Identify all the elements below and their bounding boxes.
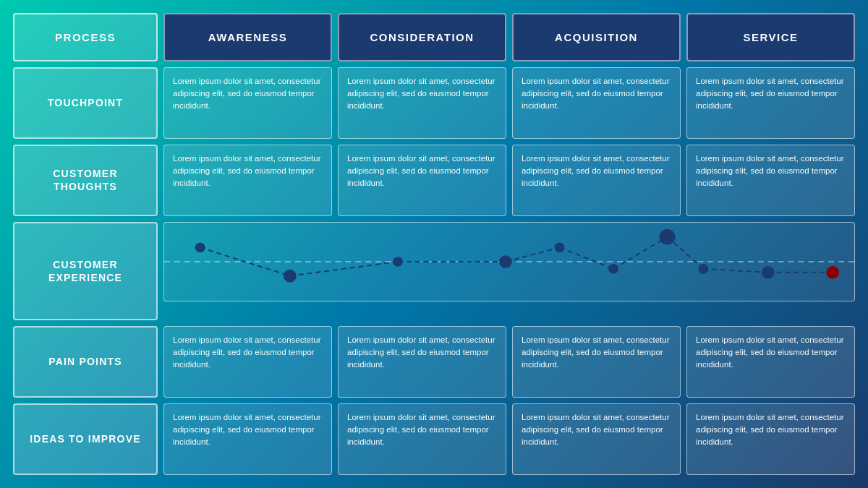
thoughts-consideration: Lorem ipsum dolor sit amet, consectetur … [338, 145, 506, 216]
svg-line-5 [560, 247, 614, 268]
svg-line-6 [613, 237, 668, 269]
pain-acquisition: Lorem ipsum dolor sit amet, consectetur … [512, 326, 681, 398]
thoughts-awareness: Lorem ipsum dolor sit amet, consectetur … [163, 145, 332, 216]
chart-dot [608, 264, 618, 274]
touchpoint-label: TOUCHPOINT [13, 67, 158, 139]
chart-dot [195, 242, 205, 252]
ideas-acquisition: Lorem ipsum dolor sit amet, consectetur … [512, 403, 681, 475]
acquisition-header: ACQUISITION [512, 13, 681, 61]
touchpoint-consideration: Lorem ipsum dolor sit amet, consectetur … [338, 67, 506, 139]
customer-experience-chart [163, 222, 855, 301]
touchpoint-acquisition: Lorem ipsum dolor sit amet, consectetur … [512, 67, 681, 139]
experience-svg [164, 223, 854, 301]
chart-dot [499, 255, 512, 268]
process-header: PROCESS [13, 13, 158, 61]
svg-line-8 [703, 269, 767, 273]
service-header: SERVICE [686, 13, 855, 61]
consideration-header: CONSIDERATION [338, 13, 506, 61]
thoughts-acquisition: Lorem ipsum dolor sit amet, consectetur … [512, 145, 681, 216]
chart-dot [393, 257, 403, 267]
chart-dot [698, 264, 708, 274]
ideas-service: Lorem ipsum dolor sit amet, consectetur … [686, 403, 855, 475]
customer-experience-label: CUSTOMER EXPERIENCE [13, 222, 158, 320]
chart-dot [284, 270, 297, 283]
ideas-awareness: Lorem ipsum dolor sit amet, consectetur … [163, 403, 332, 475]
pain-awareness: Lorem ipsum dolor sit amet, consectetur … [163, 326, 332, 398]
svg-line-4 [506, 247, 560, 262]
customer-thoughts-label: CUSTOMER THOUGHTS [13, 145, 158, 216]
chart-dot [660, 229, 676, 245]
chart-dot-end [826, 266, 839, 279]
touchpoint-service: Lorem ipsum dolor sit amet, consectetur … [686, 67, 855, 139]
pain-points-label: PAIN POINTS [13, 326, 158, 398]
touchpoint-awareness: Lorem ipsum dolor sit amet, consectetur … [163, 67, 332, 139]
chart-dot [555, 242, 565, 252]
svg-line-2 [290, 262, 398, 276]
thoughts-service: Lorem ipsum dolor sit amet, consectetur … [686, 145, 855, 216]
pain-consideration: Lorem ipsum dolor sit amet, consectetur … [338, 326, 506, 398]
ideas-label: IDEAS TO IMPROVE [13, 403, 158, 475]
chart-dot [762, 266, 775, 279]
awareness-header: AWARENESS [163, 13, 332, 61]
ideas-consideration: Lorem ipsum dolor sit amet, consectetur … [338, 403, 506, 475]
pain-service: Lorem ipsum dolor sit amet, consectetur … [686, 326, 855, 398]
